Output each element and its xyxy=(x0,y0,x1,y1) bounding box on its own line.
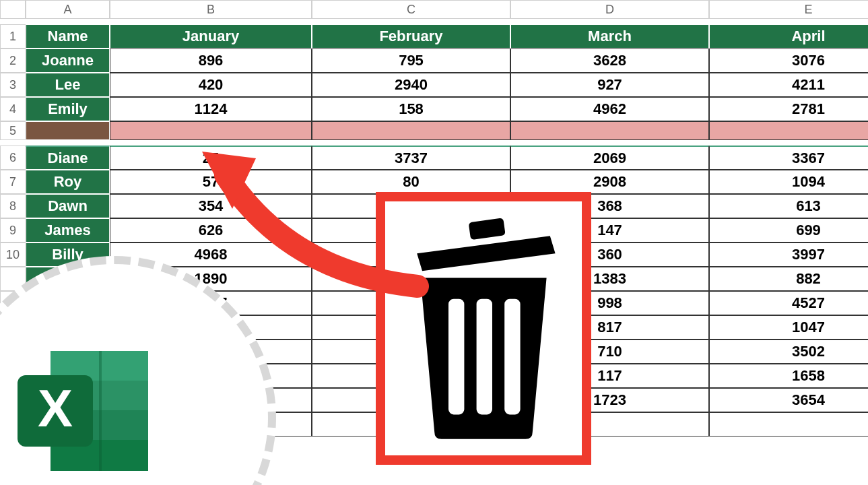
column-header-A[interactable]: A xyxy=(26,0,110,19)
data-cell[interactable]: 2781 xyxy=(709,97,868,121)
row-header[interactable]: 5 xyxy=(0,121,26,140)
data-cell[interactable] xyxy=(110,121,312,140)
data-cell[interactable] xyxy=(709,121,868,140)
excel-logo-letter: X xyxy=(38,379,73,438)
name-cell[interactable]: Dawn xyxy=(26,194,110,218)
column-header-D[interactable]: D xyxy=(510,0,709,19)
name-cell[interactable]: Lee xyxy=(26,73,110,97)
row-header[interactable]: 2 xyxy=(0,48,26,73)
svg-rect-2 xyxy=(448,298,464,414)
data-cell[interactable] xyxy=(709,412,868,437)
data-cell[interactable]: 2069 xyxy=(510,146,709,170)
name-cell[interactable]: Emily xyxy=(26,97,110,121)
svg-rect-4 xyxy=(504,298,520,414)
column-header-E[interactable]: E xyxy=(709,0,868,19)
data-cell[interactable]: 158 xyxy=(312,97,510,121)
data-cell[interactable]: 795 xyxy=(312,48,510,73)
column-header-B[interactable]: B xyxy=(110,0,312,19)
data-cell[interactable]: 3367 xyxy=(709,146,868,170)
row-header[interactable]: 3 xyxy=(0,73,26,97)
name-cell[interactable]: Diane xyxy=(26,146,110,170)
row-header[interactable]: 6 xyxy=(0,146,26,170)
row-header[interactable]: 10 xyxy=(0,243,26,267)
data-cell[interactable]: 1094 xyxy=(709,170,868,194)
row-header[interactable]: 9 xyxy=(0,218,26,243)
row-header[interactable]: 7 xyxy=(0,170,26,194)
row-header[interactable]: 4 xyxy=(0,97,26,121)
data-cell[interactable]: 4962 xyxy=(510,97,709,121)
table-header[interactable]: January xyxy=(110,24,312,48)
corner-cell[interactable] xyxy=(0,0,26,19)
data-cell[interactable]: 57 xyxy=(110,170,312,194)
row-header[interactable]: 8 xyxy=(0,194,26,218)
excel-logo: X xyxy=(13,347,152,475)
data-cell[interactable]: 4211 xyxy=(709,73,868,97)
data-cell[interactable]: 354 xyxy=(110,194,312,218)
data-cell[interactable]: 420 xyxy=(110,73,312,97)
data-cell[interactable]: 3076 xyxy=(709,48,868,73)
table-header[interactable]: Name xyxy=(26,24,110,48)
table-header[interactable]: February xyxy=(312,24,510,48)
data-cell[interactable]: 3654 xyxy=(709,388,868,412)
svg-rect-3 xyxy=(477,298,492,414)
name-cell[interactable]: James xyxy=(26,218,110,243)
trash-card xyxy=(376,192,591,465)
data-cell[interactable]: 1124 xyxy=(110,97,312,121)
data-cell[interactable]: 3502 xyxy=(709,340,868,364)
name-cell[interactable] xyxy=(26,121,110,140)
data-cell[interactable]: 927 xyxy=(510,73,709,97)
data-cell[interactable]: 25 xyxy=(110,146,312,170)
data-cell[interactable]: 3628 xyxy=(510,48,709,73)
table-header[interactable]: April xyxy=(709,24,868,48)
data-cell[interactable]: 882 xyxy=(709,267,868,291)
data-cell[interactable]: 3997 xyxy=(709,243,868,267)
name-cell[interactable]: Joanne xyxy=(26,48,110,73)
table-header[interactable]: March xyxy=(510,24,709,48)
column-header-C[interactable]: C xyxy=(312,0,510,19)
data-cell[interactable]: 699 xyxy=(709,218,868,243)
data-cell[interactable]: 80 xyxy=(312,170,510,194)
data-cell[interactable] xyxy=(510,121,709,140)
data-cell[interactable]: 896 xyxy=(110,48,312,73)
data-cell[interactable]: 613 xyxy=(709,194,868,218)
data-cell[interactable] xyxy=(312,121,510,140)
data-cell[interactable]: 3737 xyxy=(312,146,510,170)
data-cell[interactable]: 626 xyxy=(110,218,312,243)
name-cell[interactable]: Roy xyxy=(26,170,110,194)
row-header[interactable]: 1 xyxy=(0,24,26,48)
data-cell[interactable]: 1047 xyxy=(709,315,868,340)
data-cell[interactable]: 2940 xyxy=(312,73,510,97)
data-cell[interactable]: 2908 xyxy=(510,170,709,194)
data-cell[interactable]: 1658 xyxy=(709,364,868,388)
svg-rect-10 xyxy=(99,351,102,471)
svg-rect-1 xyxy=(469,218,506,240)
trash-icon xyxy=(396,214,571,443)
data-cell[interactable]: 4527 xyxy=(709,291,868,315)
